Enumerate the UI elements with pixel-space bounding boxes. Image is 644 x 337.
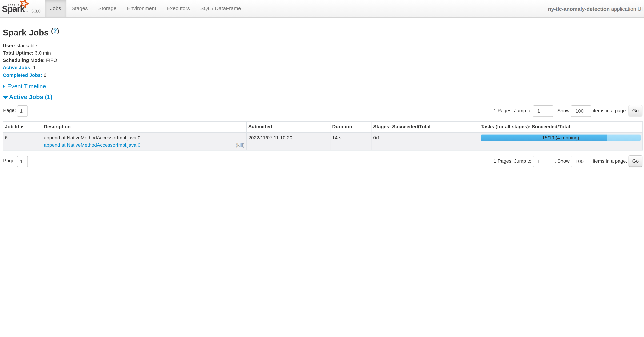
svg-text:TM: TM: [26, 11, 28, 12]
svg-text:Spark: Spark: [2, 4, 25, 14]
